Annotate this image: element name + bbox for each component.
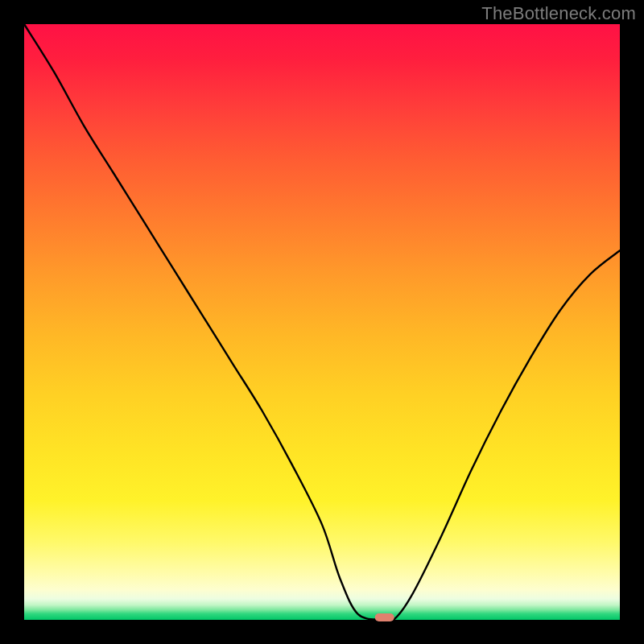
curve-path — [24, 24, 620, 621]
chart-frame: TheBottleneck.com — [0, 0, 644, 644]
optimum-marker — [375, 613, 394, 621]
bottleneck-curve — [24, 24, 620, 620]
plot-area — [24, 24, 620, 620]
attribution-label: TheBottleneck.com — [481, 3, 636, 24]
